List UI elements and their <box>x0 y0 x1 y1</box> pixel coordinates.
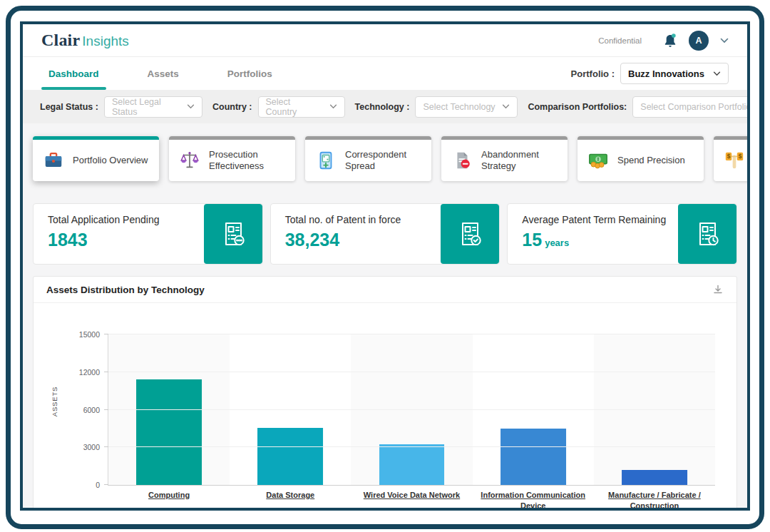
chart-header: Assets Distribution by Technology <box>34 277 736 303</box>
stat-value: 38,234 <box>285 230 401 250</box>
country-label: Country : <box>212 102 252 112</box>
category-label[interactable]: Manufacture / Fabricate / Construction <box>595 490 713 511</box>
user-avatar[interactable]: A <box>689 31 709 51</box>
feature-tab-label: Correspondent Spread <box>345 149 426 173</box>
document-more-icon <box>204 204 262 264</box>
notification-bell-icon[interactable] <box>663 33 677 48</box>
bar-chart-plot: ComputingData StorageWired Voice Data Ne… <box>108 334 715 486</box>
category-label[interactable]: Information Communication Device <box>474 490 592 511</box>
y-tick-label: 15000 <box>79 330 100 339</box>
comparison-portfolio-placeholder: Select Comparison Portfolio <box>640 102 750 112</box>
brand-logo: Clair Insights <box>41 31 129 50</box>
screenshot-canvas: Clair Insights Confidential A <box>0 0 770 532</box>
stat-label: Average Patent Term Remaining <box>522 214 666 225</box>
technology-select[interactable]: Select Technology <box>415 96 518 118</box>
stat-label: Total Application Pending <box>48 214 159 225</box>
svg-text:$: $ <box>727 153 731 160</box>
stat-card-applications-pending: Total Application Pending 1843 <box>33 203 263 265</box>
avatar-chevron-down-icon[interactable] <box>720 38 729 44</box>
top-bar-right: Confidential A <box>598 31 729 51</box>
svg-text:$: $ <box>739 153 742 160</box>
y-tick-label: 6000 <box>83 406 100 414</box>
bar-data-storage[interactable] <box>257 428 323 485</box>
strength-icon: $ $ <box>724 150 745 171</box>
y-tick-mark <box>104 484 108 485</box>
chevron-down-icon <box>502 104 510 109</box>
stat-text: Total Application Pending 1843 <box>34 204 159 264</box>
briefcase-icon <box>43 150 64 171</box>
chevron-down-icon <box>329 104 337 109</box>
stat-value: 15years <box>522 230 666 250</box>
tab-portfolios[interactable]: Portfolios <box>220 57 279 90</box>
legal-status-placeholder: Select Legal Status <box>112 97 181 117</box>
portfolio-select[interactable]: Buzz Innovations <box>620 63 729 84</box>
chart-card: Assets Distribution by Technology ASSETS… <box>33 276 737 511</box>
y-tick-label: 3000 <box>83 443 100 451</box>
download-icon[interactable] <box>712 284 724 295</box>
confidential-label: Confidential <box>598 36 642 45</box>
stat-card-patent-term-remaining: Average Patent Term Remaining 15years <box>507 203 737 265</box>
feature-tabs-row: Portfolio Overview Prosecution Effective… <box>33 136 750 181</box>
money-icon <box>587 150 609 171</box>
filter-technology: Technology : Select Technology <box>355 96 518 118</box>
bar-manufacture-fabricate-construction[interactable] <box>622 470 687 485</box>
y-axis-label: ASSETS <box>51 387 58 416</box>
feature-tab-label: Portfolio Overview <box>73 155 148 166</box>
chevron-down-icon <box>713 71 721 76</box>
top-bar: Clair Insights Confidential A <box>23 24 747 57</box>
feature-tab-portfolio-strength[interactable]: $ $ Portfolio Strength <box>714 136 750 181</box>
chart-body: ASSETS ComputingData StorageWired Voice … <box>34 303 736 486</box>
stat-value: 1843 <box>48 230 159 250</box>
y-tick-label: 0 <box>96 481 100 489</box>
stat-text: Average Patent Term Remaining 15years <box>508 204 666 264</box>
filter-comparison-portfolios: Comparison Portfolios: Select Comparison… <box>528 96 750 118</box>
feature-tab-prosecution-effectiveness[interactable]: Prosecution Effectiveness <box>169 136 295 181</box>
gridline <box>108 409 715 410</box>
portfolio-select-value: Buzz Innovations <box>628 68 704 79</box>
feature-tab-abandonment-strategy[interactable]: Abandonment Strategy <box>441 136 568 181</box>
filter-bar: Legal Status : Select Legal Status Count… <box>23 90 747 123</box>
abandonment-icon <box>451 150 473 171</box>
tab-assets[interactable]: Assets <box>140 57 186 90</box>
portfolio-selector: Portfolio : Buzz Innovations <box>571 63 729 84</box>
feature-tab-correspondent-spread[interactable]: Correspondent Spread <box>305 136 431 181</box>
gridline <box>108 372 715 372</box>
bar-computing[interactable] <box>136 379 202 485</box>
brand-secondary: Insights <box>82 34 128 49</box>
bar-wired-voice-data-network[interactable] <box>379 444 445 485</box>
tab-dashboard[interactable]: Dashboard <box>41 57 106 90</box>
stats-row: Total Application Pending 1843 <box>33 203 737 265</box>
y-tick-mark <box>104 372 108 372</box>
chart-column: Manufacture / Fabricate / Construction <box>594 334 715 485</box>
app-window: Clair Insights Confidential A <box>20 21 750 511</box>
chart-column: Wired Voice Data Network <box>351 334 472 485</box>
feature-tab-spend-precision[interactable]: Spend Precision <box>578 136 704 181</box>
legal-status-select[interactable]: Select Legal Status <box>104 96 202 118</box>
chart-column: Information Communication Device <box>473 334 594 485</box>
stat-text: Total no. of Patent in force 38,234 <box>271 204 401 264</box>
comparison-portfolio-select[interactable]: Select Comparison Portfolio <box>632 96 750 118</box>
main-nav: Dashboard Assets Portfolios Portfolio : … <box>23 57 747 90</box>
chevron-down-icon <box>187 104 195 109</box>
category-label[interactable]: Computing <box>111 490 228 501</box>
brand-primary: Clair <box>41 31 80 50</box>
gridline <box>108 446 715 447</box>
chart-column: Data Storage <box>230 334 351 485</box>
y-tick-mark <box>104 409 108 410</box>
stat-unit: years <box>545 237 569 248</box>
category-label[interactable]: Wired Voice Data Network <box>353 490 471 501</box>
feature-tab-label: Abandonment Strategy <box>481 149 562 173</box>
technology-label: Technology : <box>355 102 410 112</box>
feature-tab-portfolio-overview[interactable]: Portfolio Overview <box>33 136 159 181</box>
chart-column: Computing <box>108 334 230 485</box>
nav-tabs: Dashboard Assets Portfolios <box>41 57 279 90</box>
category-label[interactable]: Data Storage <box>232 490 349 501</box>
y-tick-mark <box>104 334 108 334</box>
document-clock-icon <box>678 204 736 264</box>
legal-status-label: Legal Status : <box>40 102 98 112</box>
country-select[interactable]: Select Country <box>258 96 345 118</box>
bar-information-communication-device[interactable] <box>500 429 566 485</box>
portfolio-label: Portfolio : <box>571 68 615 79</box>
y-tick-mark <box>104 446 108 447</box>
country-placeholder: Select Country <box>266 97 324 117</box>
